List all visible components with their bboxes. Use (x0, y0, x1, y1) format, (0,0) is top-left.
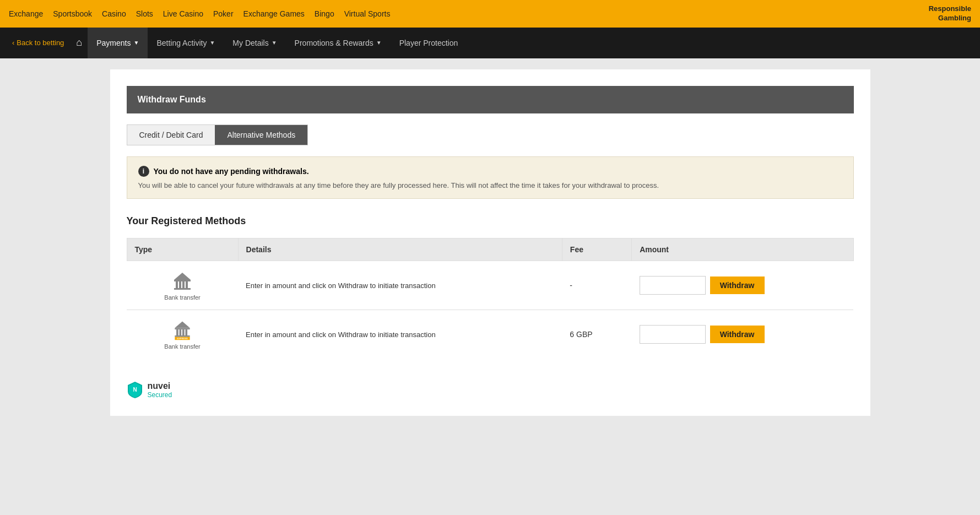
nav-promotions-rewards[interactable]: Promotions & Rewards ▼ (286, 28, 391, 58)
fee-cell-1: - (562, 261, 631, 310)
svg-rect-12 (175, 335, 189, 337)
svg-text:EXPRESS: EXPRESS (177, 337, 188, 340)
svg-marker-6 (174, 273, 191, 280)
bank-transfer-icon (171, 270, 193, 292)
nuvei-logo: N nuvei Secured (127, 381, 854, 399)
svg-rect-9 (180, 329, 182, 335)
amount-cell-1: Withdraw (632, 261, 853, 310)
withdraw-button-2[interactable]: Withdraw (710, 326, 765, 343)
fee-cell-2: 6 GBP (562, 310, 631, 359)
info-box: i You do not have any pending withdrawal… (127, 156, 854, 199)
type-label-2: Bank transfer (164, 343, 200, 350)
home-button[interactable]: ⌂ (71, 37, 88, 48)
svg-rect-3 (182, 281, 185, 288)
nav-slots[interactable]: Slots (136, 9, 153, 18)
amount-input-2[interactable] (640, 325, 706, 344)
svg-rect-0 (174, 280, 191, 281)
nav-payments[interactable]: Payments ▼ (88, 28, 148, 58)
type-cell: Bank transfer (127, 261, 238, 310)
withdraw-button-1[interactable]: Withdraw (710, 277, 765, 294)
page-title: Withdraw Funds (138, 95, 206, 104)
nav-my-details[interactable]: My Details ▼ (224, 28, 285, 58)
back-to-betting-link[interactable]: ‹ Back to betting (6, 39, 71, 47)
svg-rect-10 (182, 329, 185, 335)
svg-rect-8 (176, 329, 178, 335)
secondary-navigation: ‹ Back to betting ⌂ Payments ▼ Betting A… (0, 28, 980, 58)
svg-rect-1 (176, 281, 178, 288)
nav-bingo[interactable]: Bingo (315, 9, 334, 18)
nav-casino[interactable]: Casino (102, 9, 126, 18)
methods-table: Type Details Fee Amount (127, 238, 854, 359)
info-box-text: You will be able to cancel your future w… (138, 181, 842, 189)
nav-live-casino[interactable]: Live Casino (163, 9, 203, 18)
svg-marker-13 (175, 321, 189, 328)
type-cell-2: EXPRESS Bank transfer (127, 310, 238, 359)
details-cell-2: Enter in amount and click on Withdraw to… (238, 310, 562, 359)
table-row: EXPRESS Bank transfer Enter in amount an… (127, 310, 853, 359)
nav-virtual-sports[interactable]: Virtual Sports (344, 9, 391, 18)
chevron-down-icon: ▼ (376, 40, 382, 46)
registered-methods-title: Your Registered Methods (127, 215, 854, 227)
nuvei-secured: Secured (148, 391, 172, 399)
th-details: Details (238, 238, 562, 261)
svg-text:N: N (133, 387, 137, 393)
table-row: Bank transfer Enter in amount and click … (127, 261, 853, 310)
chevron-down-icon: ▼ (209, 40, 215, 46)
responsible-gambling-link[interactable]: ResponsibleGambling (929, 4, 971, 23)
svg-rect-4 (186, 281, 188, 288)
tab-alternative-methods[interactable]: Alternative Methods (215, 125, 307, 145)
details-cell-1: Enter in amount and click on Withdraw to… (238, 261, 562, 310)
tab-credit-debit-card[interactable]: Credit / Debit Card (127, 125, 215, 145)
page-header: Withdraw Funds (127, 86, 854, 113)
th-type: Type (127, 238, 238, 261)
info-icon: i (138, 166, 149, 177)
chevron-down-icon: ▼ (133, 40, 139, 46)
details-text-1: Enter in amount and click on Withdraw to… (246, 281, 436, 290)
nuvei-text: nuvei Secured (148, 381, 172, 399)
th-amount: Amount (632, 238, 853, 261)
amount-cell-2: Withdraw (632, 310, 853, 359)
chevron-down-icon: ▼ (272, 40, 277, 46)
nuvei-name: nuvei (148, 381, 172, 391)
details-text-2: Enter in amount and click on Withdraw to… (246, 330, 436, 339)
th-fee: Fee (562, 238, 631, 261)
main-content: Withdraw Funds Credit / Debit Card Alter… (110, 69, 870, 416)
nav-exchange-games[interactable]: Exchange Games (243, 9, 305, 18)
svg-rect-11 (185, 329, 187, 335)
top-nav-links: Exchange Sportsbook Casino Slots Live Ca… (9, 9, 390, 18)
nav-sportsbook[interactable]: Sportsbook (53, 9, 92, 18)
type-label-1: Bank transfer (164, 294, 200, 301)
nav-exchange[interactable]: Exchange (9, 9, 43, 18)
amount-input-1[interactable] (640, 276, 706, 295)
nav-betting-activity[interactable]: Betting Activity ▼ (148, 28, 224, 58)
info-box-title: i You do not have any pending withdrawal… (138, 166, 842, 177)
nuvei-shield-icon: N (127, 381, 143, 399)
bank-transfer-express-icon: EXPRESS (171, 319, 193, 341)
svg-rect-7 (175, 328, 189, 329)
svg-rect-2 (179, 281, 181, 288)
svg-rect-5 (174, 288, 191, 290)
nav-player-protection[interactable]: Player Protection (391, 28, 467, 58)
top-navigation: Exchange Sportsbook Casino Slots Live Ca… (0, 0, 980, 28)
method-tabs: Credit / Debit Card Alternative Methods (127, 124, 308, 145)
nav-poker[interactable]: Poker (213, 9, 234, 18)
chevron-left-icon: ‹ (12, 39, 14, 47)
